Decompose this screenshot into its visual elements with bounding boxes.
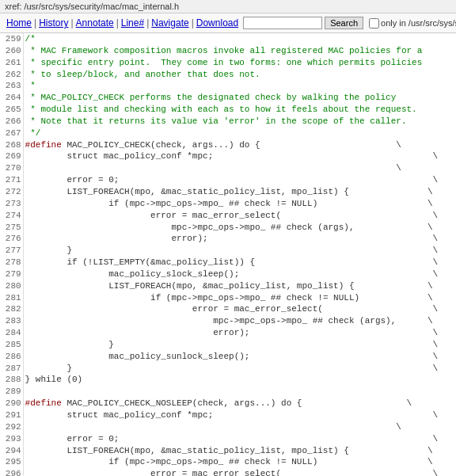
table-row: 273 if (mpc->mpc_ops->mpo_ ## check != N…	[0, 198, 456, 210]
line-number: 276	[0, 233, 23, 245]
table-row: 292 \	[0, 421, 456, 433]
table-row: 266 * Note that it returns its value via…	[0, 116, 456, 128]
line-number: 289	[0, 386, 23, 398]
breadcrumb: xref: /usr/src/sys/security/mac/mac_inte…	[0, 0, 456, 13]
table-row: 270 \	[0, 162, 456, 174]
line-content: \	[23, 162, 456, 174]
line-number: 278	[0, 257, 23, 268]
table-row: 280 LIST_FOREACH(mpo, &mac_policy_list, …	[0, 280, 456, 292]
table-row: 288} while (0)	[0, 374, 456, 386]
table-row: 285 } \	[0, 339, 456, 351]
line-number: 290	[0, 398, 23, 409]
nav-navigate[interactable]: Navigate	[150, 17, 190, 29]
navbar: Home | History | Annotate | Line# | Navi…	[0, 13, 456, 33]
line-number: 272	[0, 186, 23, 198]
line-content: */	[23, 128, 456, 139]
line-number: 291	[0, 409, 23, 421]
line-content: * module list and checking with each as …	[23, 104, 456, 116]
nav-home[interactable]: Home	[5, 17, 33, 29]
line-number: 270	[0, 162, 23, 174]
table-row: 271 error = 0; \	[0, 174, 456, 186]
line-number: 293	[0, 433, 23, 445]
nav-annotate[interactable]: Annotate	[74, 17, 116, 29]
search-input[interactable]	[243, 17, 322, 29]
line-number: 288	[0, 374, 23, 386]
table-row: 290#define MAC_POLICY_CHECK_NOSLEEP(chec…	[0, 398, 456, 409]
line-number: 279	[0, 268, 23, 280]
table-row: 279 mac_policy_slock_sleep(); \	[0, 268, 456, 280]
table-row: 260 * MAC Framework composition macros i…	[0, 45, 456, 57]
table-row: 283 mpc->mpc_ops->mpo_ ## check (args), …	[0, 315, 456, 327]
line-content: * to sleep/block, and another that does …	[23, 69, 456, 81]
line-number: 294	[0, 445, 23, 457]
nav-line[interactable]: Line#	[120, 17, 146, 29]
line-number: 283	[0, 315, 23, 327]
line-number: 273	[0, 198, 23, 210]
line-content: error); \	[23, 233, 456, 245]
table-row: 293 error = 0; \	[0, 433, 456, 445]
table-row: 281 if (mpc->mpc_ops->mpo_ ## check != N…	[0, 292, 456, 304]
line-content: error = mac_error_select( \	[23, 210, 456, 222]
line-number: 287	[0, 363, 23, 375]
line-content: *	[23, 80, 456, 92]
line-content: error = 0; \	[23, 174, 456, 186]
table-row: 282 error = mac_error_select( \	[0, 303, 456, 315]
table-row: 267 */	[0, 128, 456, 139]
line-number: 292	[0, 421, 23, 433]
line-number: 282	[0, 303, 23, 315]
line-number: 262	[0, 69, 23, 81]
table-row: 265 * module list and checking with each…	[0, 104, 456, 116]
table-row: 264 * MAC_POLICY_CHECK performs the desi…	[0, 92, 456, 104]
line-number: 265	[0, 104, 23, 116]
table-row: 272 LIST_FOREACH(mpo, &mac_static_policy…	[0, 186, 456, 198]
line-content: mpc->mpc_ops->mpo_ ## check (args), \	[23, 315, 456, 327]
nav-history[interactable]: History	[37, 17, 70, 29]
line-content: } \	[23, 339, 456, 351]
table-row: 274 error = mac_error_select( \	[0, 210, 456, 222]
line-content: if (mpc->mpc_ops->mpo_ ## check != NULL)…	[23, 292, 456, 304]
nav-download[interactable]: Download	[195, 17, 240, 29]
table-row: 284 error); \	[0, 327, 456, 339]
only-in-area: only in /usr/src/sys/security/mac/	[369, 18, 456, 29]
line-content: #define MAC_POLICY_CHECK_NOSLEEP(check, …	[23, 398, 456, 409]
only-in-label: only in /usr/src/sys/security/mac/	[381, 18, 456, 28]
line-content: } \	[23, 363, 456, 375]
line-number: 286	[0, 351, 23, 363]
line-content: mpc->mpc_ops->mpo_ ## check (args), \	[23, 222, 456, 234]
line-content	[23, 386, 456, 398]
breadcrumb-text: xref: /usr/src/sys/security/mac/mac_inte…	[5, 2, 179, 11]
line-number: 266	[0, 116, 23, 128]
table-row: 287 } \	[0, 363, 456, 375]
table-row: 286 mac_policy_sunlock_sleep(); \	[0, 351, 456, 363]
line-number: 269	[0, 150, 23, 162]
line-content: error); \	[23, 327, 456, 339]
table-row: 262 * to sleep/block, and another that d…	[0, 69, 456, 81]
line-content: * MAC Framework composition macros invok…	[23, 45, 456, 57]
code-table: 259/*260 * MAC Framework composition mac…	[0, 33, 456, 476]
line-number: 260	[0, 45, 23, 57]
line-content: struct mac_policy_conf *mpc; \	[23, 409, 456, 421]
search-button[interactable]: Search	[325, 17, 363, 29]
line-content: if (mpc->mpc_ops->mpo_ ## check != NULL)…	[23, 198, 456, 210]
table-row: 268#define MAC_POLICY_CHECK(check, args.…	[0, 139, 456, 151]
only-in-checkbox[interactable]	[369, 18, 379, 29]
line-content: if (!LIST_EMPTY(&mac_policy_list)) { \	[23, 257, 456, 268]
line-content: } \	[23, 245, 456, 257]
table-row: 259/*	[0, 33, 456, 45]
line-number: 296	[0, 468, 23, 476]
line-content: #define MAC_POLICY_CHECK(check, args...)…	[23, 139, 456, 151]
line-number: 264	[0, 92, 23, 104]
table-row: 269 struct mac_policy_conf *mpc; \	[0, 150, 456, 162]
line-number: 285	[0, 339, 23, 351]
line-number: 261	[0, 57, 23, 69]
line-content: if (mpc->mpc_ops->mpo_ ## check != NULL)…	[23, 456, 456, 468]
table-row: 295 if (mpc->mpc_ops->mpo_ ## check != N…	[0, 456, 456, 468]
line-content: * Note that it returns its value via 'er…	[23, 116, 456, 128]
line-content: \	[23, 421, 456, 433]
line-content: } while (0)	[23, 374, 456, 386]
table-row: 291 struct mac_policy_conf *mpc; \	[0, 409, 456, 421]
table-row: 289	[0, 386, 456, 398]
line-number: 280	[0, 280, 23, 292]
line-content: struct mac_policy_conf *mpc; \	[23, 150, 456, 162]
line-content: error = mac_error_select( \	[23, 303, 456, 315]
